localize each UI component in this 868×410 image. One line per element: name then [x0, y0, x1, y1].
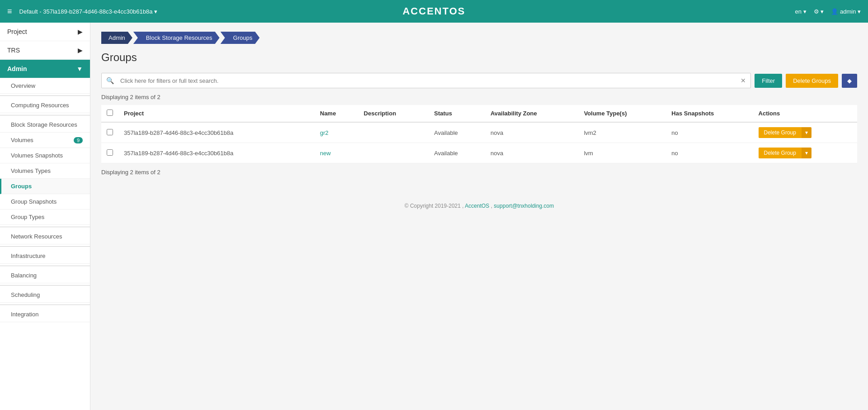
divider-7 [0, 305, 90, 305]
sidebar-item-integration[interactable]: Integration [0, 307, 90, 322]
navbar: ≡ Default - 357la189-b287-4d46-88c3-e4cc… [0, 0, 868, 23]
page-title: Groups [101, 51, 857, 64]
search-input[interactable] [118, 74, 736, 88]
row-checkbox-1[interactable] [107, 149, 113, 156]
col-volume-types: Volume Type(s) [579, 105, 666, 122]
delete-group-button-1[interactable]: Delete Group [759, 148, 802, 158]
sidebar-volumes-snapshots-label: Volumes Snapshots [11, 152, 63, 159]
col-has-snapshots: Has Snapshots [666, 105, 753, 122]
sidebar-groups-label: Groups [11, 183, 32, 190]
col-availability-zone: Availability Zone [485, 105, 579, 122]
sidebar-group-types-label: Group Types [11, 214, 44, 220]
user-icon: 👤 [831, 8, 838, 15]
display-info-top: Displaying 2 items of 2 [101, 94, 857, 100]
sidebar-trs-arrow: ▶ [78, 47, 83, 54]
table-row: 357la189-b287-4d46-88c3-e4cc30b61b8a gr2… [101, 122, 857, 143]
sidebar-block-storage-label: Block Storage Resources [11, 121, 77, 128]
action-icon-button[interactable]: ◆ [842, 74, 857, 88]
sidebar-item-computing[interactable]: Computing Resources [0, 98, 90, 113]
settings-selector[interactable]: ⚙ ▾ [814, 8, 824, 15]
breadcrumb: Admin Block Storage Resources Groups [101, 32, 857, 44]
sidebar-item-network[interactable]: Network Resources [0, 229, 90, 244]
sidebar-item-overview[interactable]: Overview [0, 78, 90, 94]
divider-2 [0, 115, 90, 115]
table-body: 357la189-b287-4d46-88c3-e4cc30b61b8a gr2… [101, 122, 857, 163]
footer-brand-link[interactable]: AccentOS [465, 203, 489, 209]
sidebar-integration-label: Integration [11, 311, 38, 318]
delete-group-dropdown-0[interactable]: ▾ [802, 127, 811, 138]
user-arrow: ▾ [858, 8, 861, 15]
sidebar-item-admin[interactable]: Admin ▼ [0, 60, 90, 78]
sidebar-item-volumes-types[interactable]: Volumes Types [0, 163, 90, 179]
breadcrumb-admin[interactable]: Admin [101, 32, 132, 44]
sidebar-scheduling-label: Scheduling [11, 291, 40, 298]
sidebar-admin-label: Admin [7, 65, 27, 72]
navbar-project-arrow: ▾ [154, 8, 157, 15]
divider-1 [0, 95, 90, 96]
sidebar-item-trs[interactable]: TRS ▶ [0, 41, 90, 60]
row-has-snapshots-0: no [666, 122, 753, 143]
display-info-bottom: Displaying 2 items of 2 [101, 169, 857, 176]
sidebar-item-group-snapshots[interactable]: Group Snapshots [0, 194, 90, 210]
row-checkbox-0[interactable] [107, 129, 113, 135]
row-name-0[interactable]: gr2 [315, 122, 359, 143]
row-az-0: nova [485, 122, 579, 143]
sidebar-item-project[interactable]: Project ▶ [0, 23, 90, 41]
row-status-1: Available [429, 143, 485, 163]
main-content: Admin Block Storage Resources Groups Gro… [90, 23, 868, 410]
sidebar-trs-label: TRS [7, 47, 20, 54]
delete-group-dropdown-1[interactable]: ▾ [802, 148, 811, 158]
sidebar-item-group-types[interactable]: Group Types [0, 210, 90, 225]
sidebar-item-infrastructure[interactable]: Infrastructure [0, 248, 90, 264]
row-project-0: 357la189-b287-4d46-88c3-e4cc30b61b8a [118, 122, 315, 143]
search-icon: 🔍 [102, 73, 118, 88]
sidebar-infrastructure-label: Infrastructure [11, 253, 46, 259]
sidebar-volumes-types-label: Volumes Types [11, 167, 51, 174]
volumes-badge: 9 [74, 137, 83, 143]
lang-selector[interactable]: en ▾ [795, 8, 807, 15]
settings-arrow: ▾ [821, 8, 824, 15]
delete-groups-button[interactable]: Delete Groups [786, 74, 838, 88]
groups-table: Project Name Description Status Availabi… [101, 105, 857, 163]
select-all-checkbox[interactable] [107, 110, 113, 116]
navbar-right: en ▾ ⚙ ▾ 👤 admin ▾ [795, 8, 861, 15]
sidebar-project-label: Project [7, 28, 27, 35]
sidebar-item-balancing[interactable]: Balancing [0, 268, 90, 283]
sidebar-computing-label: Computing Resources [11, 102, 69, 109]
lang-label: en [795, 8, 802, 15]
divider-4 [0, 246, 90, 247]
divider-6 [0, 285, 90, 286]
delete-group-button-0[interactable]: Delete Group [759, 127, 802, 138]
sidebar: Project ▶ TRS ▶ Admin ▼ Overview Computi… [0, 23, 90, 410]
row-actions-1: Delete Group ▾ [753, 143, 857, 163]
col-name: Name [315, 105, 359, 122]
search-clear-icon[interactable]: ✕ [736, 73, 750, 88]
row-status-0: Available [429, 122, 485, 143]
sidebar-item-scheduling[interactable]: Scheduling [0, 287, 90, 303]
footer: © Copyright 2019-2021 , AccentOS , suppo… [101, 194, 857, 218]
row-has-snapshots-1: no [666, 143, 753, 163]
sidebar-balancing-label: Balancing [11, 272, 37, 279]
hamburger-icon[interactable]: ≡ [7, 7, 12, 16]
search-wrapper: 🔍 ✕ [101, 73, 751, 88]
row-az-1: nova [485, 143, 579, 163]
sidebar-item-block-storage[interactable]: Block Storage Resources [0, 117, 90, 133]
layout: Project ▶ TRS ▶ Admin ▼ Overview Computi… [0, 23, 868, 410]
filter-button[interactable]: Filter [755, 74, 782, 88]
divider-3 [0, 227, 90, 227]
row-name-1[interactable]: new [315, 143, 359, 163]
col-actions: Actions [753, 105, 857, 122]
row-description-0 [359, 122, 429, 143]
row-project-1: 357la189-b287-4d46-88c3-e4cc30b61b8a [118, 143, 315, 163]
sidebar-item-groups[interactable]: Groups [0, 179, 90, 194]
sidebar-network-label: Network Resources [11, 233, 62, 240]
navbar-project-label: Default - 357la189-b287-4d46-88c3-e4cc30… [19, 8, 153, 15]
sidebar-item-volumes-snapshots[interactable]: Volumes Snapshots [0, 148, 90, 163]
sidebar-item-volumes[interactable]: Volumes 9 [0, 133, 90, 148]
breadcrumb-block-storage[interactable]: Block Storage Resources [133, 32, 220, 44]
col-status: Status [429, 105, 485, 122]
footer-support-link[interactable]: support@tnxholding.com [494, 203, 554, 209]
user-selector[interactable]: 👤 admin ▾ [831, 8, 861, 15]
breadcrumb-groups[interactable]: Groups [221, 32, 260, 44]
col-project: Project [118, 105, 315, 122]
